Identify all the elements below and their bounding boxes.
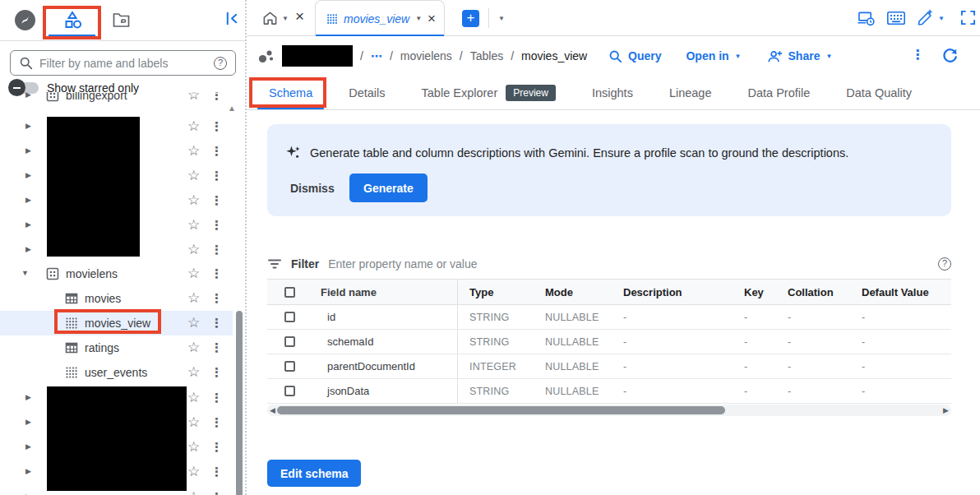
edit-schema-button[interactable]: Edit schema: [267, 460, 361, 487]
generate-button[interactable]: Generate: [349, 173, 428, 202]
star-icon[interactable]: ☆: [187, 463, 200, 480]
expand-icon[interactable]: ▶: [25, 220, 31, 229]
expand-icon[interactable]: ▶: [25, 418, 31, 426]
kebab-menu-icon[interactable]: ⋮: [210, 316, 223, 331]
tab-caret-icon[interactable]: ▼: [415, 15, 422, 22]
expand-icon[interactable]: ▶: [25, 92, 31, 99]
tab-table-explorer[interactable]: Table Explorer Preview: [404, 76, 574, 109]
star-icon[interactable]: ☆: [187, 314, 200, 331]
star-icon[interactable]: ☆: [187, 142, 200, 160]
expand-icon[interactable]: ▶: [25, 146, 31, 155]
star-icon[interactable]: ☆: [187, 438, 200, 456]
star-icon[interactable]: ☆: [187, 339, 200, 356]
tree-scrollbar-thumb[interactable]: [236, 311, 243, 495]
star-icon[interactable]: ☆: [187, 488, 200, 495]
select-all-checkbox[interactable]: [284, 287, 295, 298]
tab-data-quality[interactable]: Data Quality: [828, 76, 930, 109]
tree-item-billingexport[interactable]: ▶ billingexport ☆ ⋮: [0, 92, 233, 108]
tab-schema[interactable]: Schema: [251, 76, 331, 109]
filter-help-icon[interactable]: ?: [938, 257, 951, 271]
tree-item-movies[interactable]: movies ☆ ⋮: [0, 286, 233, 311]
scheduled-session-icon[interactable]: [858, 10, 875, 26]
tree-item-ratings[interactable]: ratings ☆ ⋮: [0, 335, 233, 360]
property-filter-input[interactable]: [328, 257, 929, 271]
refresh-icon[interactable]: [941, 47, 959, 64]
star-icon[interactable]: ☆: [187, 118, 200, 135]
kebab-menu-icon[interactable]: ⋮: [210, 440, 223, 455]
row-checkbox[interactable]: [284, 336, 295, 347]
star-icon[interactable]: ☆: [187, 167, 200, 184]
kebab-menu-icon[interactable]: ⋮: [210, 193, 223, 208]
row-checkbox[interactable]: [284, 386, 295, 396]
query-button[interactable]: Query: [608, 49, 661, 63]
crumb-section[interactable]: Tables: [470, 49, 503, 62]
kebab-menu-icon[interactable]: ⋮: [210, 243, 223, 257]
tab-data-profile[interactable]: Data Profile: [730, 76, 829, 109]
fullscreen-icon[interactable]: [960, 10, 976, 25]
expand-icon[interactable]: ▶: [25, 122, 31, 130]
home-tab-caret-icon[interactable]: ▼: [282, 15, 289, 22]
tab-insights[interactable]: Insights: [574, 76, 651, 109]
kebab-menu-icon[interactable]: ⋮: [210, 340, 223, 355]
scrollbar-up-icon[interactable]: ▲: [228, 104, 236, 113]
studio-resources-icon[interactable]: [62, 9, 83, 31]
expand-icon[interactable]: ▶: [25, 196, 31, 204]
notebooks-folder-icon[interactable]: [113, 12, 130, 28]
kebab-menu-icon[interactable]: ⋮: [210, 365, 223, 380]
tab-lineage[interactable]: Lineage: [651, 76, 730, 109]
collapse-icon[interactable]: ▼: [21, 269, 29, 277]
open-in-button[interactable]: Open in ▼: [686, 49, 741, 62]
close-tab-icon[interactable]: ×: [428, 11, 436, 26]
dismiss-button[interactable]: Dismiss: [279, 175, 346, 201]
star-icon[interactable]: ☆: [187, 241, 200, 258]
scrollbar-thumb[interactable]: [277, 406, 725, 414]
explorer-compass-icon[interactable]: [15, 10, 35, 30]
star-icon[interactable]: ☆: [187, 363, 200, 381]
kebab-menu-icon[interactable]: ⋮: [210, 266, 223, 281]
breadcrumb-ellipsis[interactable]: ⋯: [371, 49, 382, 62]
filter-help-icon[interactable]: ?: [214, 57, 227, 70]
gemini-assist-pen-icon[interactable]: [917, 9, 934, 26]
table-horizontal-scrollbar[interactable]: ◀ ▶: [267, 405, 951, 416]
kebab-menu-icon[interactable]: ⋮: [210, 415, 223, 430]
kebab-menu-icon[interactable]: ⋮: [210, 92, 223, 103]
star-icon[interactable]: ☆: [187, 216, 200, 234]
scroll-right-icon[interactable]: ▶: [943, 406, 949, 414]
sidebar-filter-input[interactable]: [39, 57, 207, 70]
kebab-menu-icon[interactable]: ⋮: [210, 465, 223, 479]
star-icon[interactable]: ☆: [187, 192, 200, 209]
expand-icon[interactable]: ▶: [25, 442, 31, 451]
kebab-menu-icon[interactable]: ⋮: [210, 291, 223, 306]
keyboard-shortcuts-icon[interactable]: [887, 12, 905, 25]
star-icon[interactable]: ☆: [187, 265, 200, 282]
tab-overflow-caret-icon[interactable]: ▼: [498, 15, 505, 22]
star-icon[interactable]: ☆: [187, 389, 200, 406]
star-icon[interactable]: ☆: [187, 414, 200, 431]
home-tab-icon[interactable]: [262, 11, 278, 25]
kebab-menu-icon[interactable]: ⋮: [210, 119, 223, 134]
crumb-dataset[interactable]: movielens: [400, 49, 452, 62]
expand-icon[interactable]: ▶: [25, 393, 31, 401]
kebab-menu-icon[interactable]: ⋮: [210, 144, 223, 159]
kebab-menu-icon[interactable]: ⋮: [210, 391, 223, 405]
share-button[interactable]: Share ▼: [766, 49, 833, 63]
kebab-menu-icon[interactable]: ⋮: [210, 218, 223, 233]
row-checkbox[interactable]: [284, 312, 295, 322]
tab-details[interactable]: Details: [331, 76, 403, 109]
expand-icon[interactable]: ▶: [25, 245, 31, 253]
kebab-menu-icon[interactable]: ⋮: [210, 169, 223, 183]
tree-item-user-events[interactable]: user_events ☆ ⋮: [0, 360, 233, 385]
tab-movies-view[interactable]: movies_view ▼ ×: [315, 0, 445, 36]
expand-icon[interactable]: ▶: [25, 171, 31, 179]
star-icon[interactable]: ☆: [187, 289, 200, 307]
new-tab-button[interactable]: +: [462, 10, 479, 27]
collapse-panel-icon[interactable]: [224, 11, 240, 26]
scroll-left-icon[interactable]: ◀: [270, 406, 275, 414]
star-icon[interactable]: ☆: [187, 92, 200, 104]
more-actions-kebab-icon[interactable]: ⋮: [911, 47, 924, 62]
expand-icon[interactable]: ▶: [25, 467, 31, 475]
gemini-assist-caret-icon[interactable]: ▼: [938, 15, 945, 22]
tree-item-movielens[interactable]: ▼ movielens ☆ ⋮: [0, 261, 233, 286]
close-tab-icon[interactable]: ×: [295, 8, 304, 24]
row-checkbox[interactable]: [284, 361, 295, 372]
